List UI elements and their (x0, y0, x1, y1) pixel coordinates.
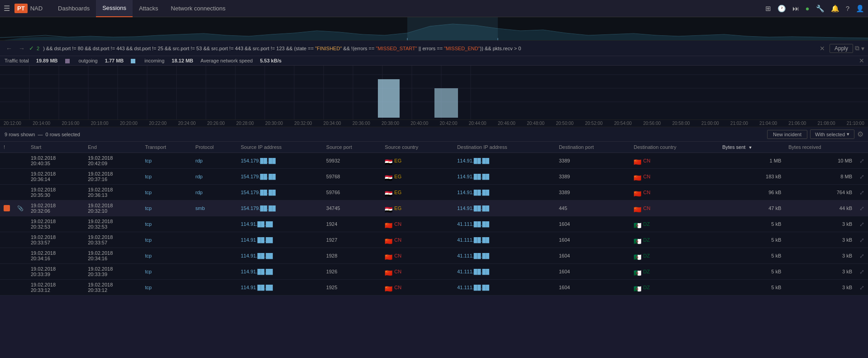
filter-apply-button[interactable]: Apply (830, 44, 853, 53)
alert-checkbox[interactable] (4, 205, 10, 211)
src-ip-link[interactable]: 154.179.██.██ (241, 158, 276, 163)
src-ip-link[interactable]: 154.179.██.██ (241, 205, 276, 211)
row-src-ip[interactable]: 114.91.██.██ (237, 248, 323, 264)
dst-ip-link[interactable]: 114.91.██.██ (457, 205, 489, 211)
col-dst-ip[interactable]: Destination IP address (453, 142, 555, 153)
protocol-link[interactable]: rdp (196, 158, 203, 163)
col-src-country[interactable]: Source country (381, 142, 453, 153)
col-protocol[interactable]: Protocol (192, 142, 237, 153)
with-selected-button[interactable]: With selected ▾ (810, 129, 854, 139)
src-country-link[interactable]: EG (394, 174, 401, 179)
transport-link[interactable]: tcp (145, 174, 152, 179)
row-attach-cell[interactable] (14, 185, 27, 200)
row-alert-cell[interactable] (0, 169, 14, 185)
row-alert-cell[interactable] (0, 280, 14, 296)
row-transport[interactable]: tcp (142, 185, 192, 200)
expand-session-button[interactable]: ⤢ (859, 221, 864, 228)
row-dst-country[interactable]: 🇨🇳CN (630, 200, 719, 216)
row-attach-cell[interactable] (14, 232, 27, 248)
protocol-link[interactable]: rdp (196, 174, 203, 179)
dst-ip-link[interactable]: 114.91.██.██ (457, 174, 489, 179)
row-dst-ip[interactable]: 114.91.██.██ (453, 185, 555, 200)
src-country-link[interactable]: EG (394, 190, 401, 195)
row-attach-cell[interactable] (14, 264, 27, 280)
dst-country-link[interactable]: CN (643, 190, 650, 195)
col-dst-country[interactable]: Destination country (630, 142, 719, 153)
transport-link[interactable]: tcp (145, 253, 152, 258)
row-src-ip[interactable]: 114.91 ██.██ (237, 280, 323, 296)
wrench-icon[interactable]: 🔧 (816, 5, 825, 13)
transport-link[interactable]: tcp (145, 269, 152, 274)
row-dst-ip[interactable]: 41.111.██.██ (453, 280, 555, 296)
transport-link[interactable]: tcp (145, 158, 152, 163)
row-dst-ip[interactable]: 114.91.██.██ (453, 200, 555, 216)
col-alert[interactable]: ! (0, 142, 14, 153)
row-src-ip[interactable]: 114.91.██.██ (237, 216, 323, 232)
help-icon[interactable]: ? (846, 5, 849, 12)
row-dst-country[interactable]: 🇨🇳CN (630, 185, 719, 200)
filter-clear-button[interactable]: ✕ (817, 44, 828, 53)
dst-country-link[interactable]: DZ (643, 269, 650, 274)
table-settings-button[interactable]: ⚙ (857, 130, 863, 138)
row-src-country[interactable]: 🇪🇬EG (381, 185, 453, 200)
row-expand-cell[interactable]: ⤢ (856, 264, 868, 280)
col-bytes-recv[interactable]: Bytes received (785, 142, 856, 153)
row-transport[interactable]: tcp (142, 248, 192, 264)
dst-country-link[interactable]: DZ (643, 285, 650, 290)
col-src-ip[interactable]: Source IP address (237, 142, 323, 153)
dst-country-link[interactable]: DZ (643, 221, 650, 227)
bell-icon[interactable]: 🔔 (831, 5, 839, 13)
row-protocol[interactable]: rdp (192, 185, 237, 200)
src-country-link[interactable]: CN (394, 253, 401, 258)
row-dst-ip[interactable]: 114.91.██.██ (453, 153, 555, 169)
col-bytes-sent[interactable]: Bytes sent ▼ (719, 142, 785, 153)
dst-ip-link[interactable]: 114.91.██.██ (457, 190, 489, 195)
row-src-ip[interactable]: 154.179.██.██ (237, 185, 323, 200)
expand-session-button[interactable]: ⤢ (859, 205, 864, 212)
src-ip-link[interactable]: 114.91.██.██ (241, 253, 273, 258)
user-icon[interactable]: 👤 (856, 5, 864, 13)
row-dst-country[interactable]: 🇨🇳CN (630, 169, 719, 185)
clock-icon[interactable]: 🕐 (777, 5, 786, 13)
row-protocol[interactable] (192, 232, 237, 248)
row-dst-country[interactable]: 🇩🇿DZ (630, 216, 719, 232)
src-country-link[interactable]: CN (394, 269, 401, 274)
row-src-ip[interactable]: 154.179.██.██ (237, 169, 323, 185)
dst-country-link[interactable]: DZ (643, 253, 650, 258)
protocol-link[interactable]: rdp (196, 190, 203, 195)
row-transport[interactable]: tcp (142, 264, 192, 280)
row-alert-cell[interactable] (0, 153, 14, 169)
col-transport[interactable]: Transport (142, 142, 192, 153)
row-expand-cell[interactable]: ⤢ (856, 185, 868, 200)
row-src-country[interactable]: 🇨🇳CN (381, 232, 453, 248)
row-expand-cell[interactable]: ⤢ (856, 280, 868, 296)
row-dst-country[interactable]: 🇩🇿DZ (630, 264, 719, 280)
row-src-country[interactable]: 🇪🇬EG (381, 169, 453, 185)
col-dst-port[interactable]: Destination port (555, 142, 630, 153)
src-country-link[interactable]: CN (394, 221, 401, 227)
row-expand-cell[interactable]: ⤢ (856, 216, 868, 232)
expand-session-button[interactable]: ⤢ (859, 268, 864, 275)
dst-ip-link[interactable]: 41.111.██.██ (457, 269, 489, 274)
dst-ip-link[interactable]: 41.111.██.██ (457, 237, 489, 243)
row-src-ip[interactable]: 114.91 ██.██ (237, 232, 323, 248)
row-dst-ip[interactable]: 41.111.██.██ (453, 264, 555, 280)
row-expand-cell[interactable]: ⤢ (856, 200, 868, 216)
expand-session-button[interactable]: ⤢ (859, 253, 864, 259)
row-attach-cell[interactable] (14, 216, 27, 232)
timeline-mini-chart[interactable] (0, 17, 868, 41)
row-protocol[interactable]: smb (192, 200, 237, 216)
dst-ip-link[interactable]: 41.111.██.██ (457, 221, 489, 227)
filter-forward-button[interactable]: → (16, 44, 27, 53)
transport-link[interactable]: tcp (145, 237, 152, 243)
row-alert-cell[interactable] (0, 264, 14, 280)
row-alert-cell[interactable] (0, 232, 14, 248)
col-end[interactable]: End (84, 142, 141, 153)
row-src-country[interactable]: 🇨🇳CN (381, 280, 453, 296)
row-alert-cell[interactable] (0, 200, 14, 216)
expand-session-button[interactable]: ⤢ (859, 189, 864, 196)
row-protocol[interactable]: rdp (192, 169, 237, 185)
row-expand-cell[interactable]: ⤢ (856, 153, 868, 169)
row-attach-cell[interactable] (14, 153, 27, 169)
row-dst-ip[interactable]: 41.111.██.██ (453, 248, 555, 264)
